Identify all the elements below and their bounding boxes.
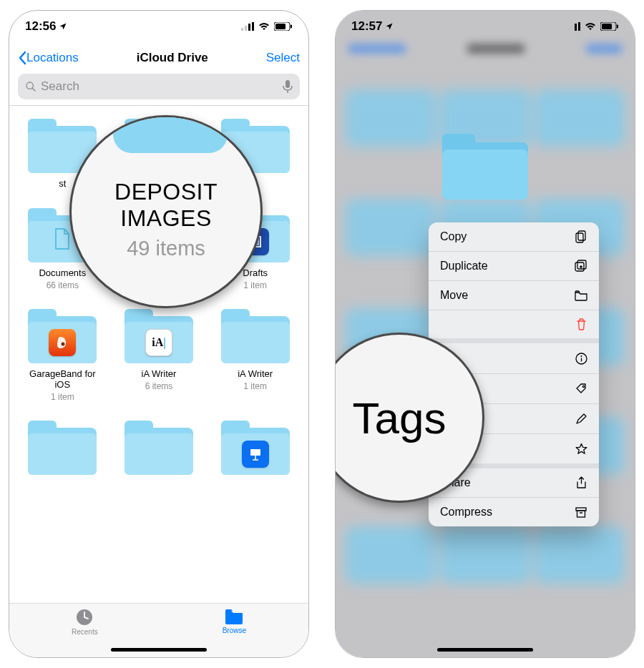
archive-icon	[575, 507, 587, 518]
menu-label: Compress	[440, 506, 492, 519]
menu-compress[interactable]: Compress	[429, 497, 599, 526]
garageband-app-icon	[28, 329, 97, 356]
search-field[interactable]	[18, 74, 300, 99]
svg-point-33	[582, 385, 584, 387]
callout-folder-name: DEPOSIT IMAGES	[72, 179, 260, 232]
svg-point-14	[62, 342, 65, 345]
tab-label: Browse	[223, 627, 246, 634]
folder-subtitle: 1 item	[51, 392, 74, 402]
menu-move[interactable]: Move	[429, 280, 599, 310]
battery-icon	[274, 22, 293, 31]
menu-copy[interactable]: Copy	[429, 222, 599, 251]
nav-bar: Locations iCloud Drive Select	[9, 42, 308, 74]
svg-rect-3	[252, 22, 254, 31]
info-icon	[575, 353, 587, 365]
star-icon	[575, 443, 587, 455]
location-icon	[59, 22, 67, 31]
svg-rect-35	[577, 511, 585, 517]
folder-icon	[224, 608, 244, 625]
folder-label: iA Writer	[142, 369, 177, 380]
callout-deposit-images: DEPOSIT IMAGES 49 items	[69, 115, 263, 308]
folder-icon	[575, 290, 587, 301]
status-bar: 12:56	[9, 11, 308, 42]
folder-subtitle: 1 item	[243, 280, 267, 290]
svg-rect-0	[241, 28, 243, 31]
back-label: Locations	[26, 51, 79, 65]
svg-rect-26	[578, 231, 585, 240]
cellular-icon	[241, 22, 254, 31]
menu-separator	[429, 338, 599, 343]
svg-rect-20	[571, 26, 573, 31]
trash-icon	[575, 318, 587, 330]
copy-icon	[575, 230, 587, 243]
screenshot-left: 12:56 Locations iCloud Drive Select st	[9, 10, 309, 658]
select-button[interactable]: Select	[266, 51, 300, 65]
folder-label: Drafts	[243, 268, 268, 279]
folder-item[interactable]	[15, 421, 110, 475]
home-indicator	[437, 648, 533, 652]
svg-line-8	[32, 88, 35, 91]
svg-rect-22	[578, 22, 580, 31]
svg-rect-2	[248, 24, 250, 31]
menu-label: Copy	[440, 230, 467, 243]
folder-item-garageband[interactable]: GarageBand for iOS 1 item	[15, 309, 110, 402]
status-time: 12:57	[351, 19, 382, 34]
wifi-icon	[258, 22, 270, 31]
search-wrap	[9, 74, 308, 105]
home-indicator	[111, 648, 207, 652]
folder-subtitle: 1 item	[243, 381, 267, 391]
folder-item-iawriter-1[interactable]: iA| iA Writer 6 items	[112, 309, 207, 402]
svg-rect-19	[567, 28, 570, 31]
svg-rect-1	[245, 26, 247, 31]
svg-rect-15	[250, 449, 260, 456]
folder-item[interactable]	[112, 421, 207, 475]
menu-delete[interactable]	[429, 310, 599, 338]
folder-item-keynote[interactable]	[208, 421, 303, 475]
folder-item-iawriter-2[interactable]: iA Writer 1 item	[208, 309, 303, 402]
menu-label: Duplicate	[440, 260, 488, 272]
status-bar: 12:57	[336, 11, 635, 42]
iawriter-app-icon: iA|	[125, 329, 193, 356]
svg-rect-25	[617, 25, 618, 29]
chevron-left-icon	[18, 51, 26, 65]
battery-icon	[600, 22, 619, 31]
callout-folder-subtitle: 49 items	[127, 237, 205, 260]
svg-point-31	[580, 355, 582, 357]
folder-label: Documents	[39, 268, 86, 279]
microphone-icon[interactable]	[283, 80, 293, 93]
svg-rect-6	[291, 25, 292, 29]
tab-label: Recents	[72, 628, 98, 636]
search-icon	[25, 81, 36, 92]
svg-rect-27	[576, 233, 583, 242]
folder-label: GarageBand for iOS	[23, 369, 102, 391]
svg-rect-9	[286, 80, 290, 88]
wifi-icon	[585, 22, 596, 31]
status-time: 12:56	[25, 19, 56, 34]
callout-tags-label: Tags	[353, 393, 447, 443]
folder-label: iA Writer	[238, 369, 273, 380]
tag-icon	[575, 383, 587, 395]
location-icon	[385, 22, 394, 31]
search-input[interactable]	[41, 79, 278, 94]
screenshot-right: 12:57 Copy Duplicate Move	[335, 10, 635, 658]
clock-icon	[75, 608, 94, 627]
menu-label: Move	[440, 289, 468, 302]
share-icon	[575, 476, 587, 489]
tab-browse[interactable]: Browse	[223, 608, 246, 634]
pencil-icon	[575, 413, 587, 425]
tab-recents[interactable]: Recents	[72, 608, 98, 636]
folder-subtitle: 6 items	[145, 381, 173, 391]
preview-folder	[442, 134, 528, 200]
duplicate-icon	[575, 260, 587, 272]
back-button[interactable]: Locations	[18, 51, 79, 65]
cellular-icon	[567, 22, 580, 31]
svg-rect-24	[602, 24, 612, 29]
folder-subtitle: 66 items	[47, 280, 79, 290]
keynote-app-icon	[221, 441, 290, 468]
folder-label: st	[59, 179, 66, 190]
svg-rect-21	[575, 24, 577, 31]
menu-duplicate[interactable]: Duplicate	[429, 251, 599, 280]
svg-rect-5	[275, 24, 286, 29]
svg-rect-28	[577, 260, 586, 269]
page-title: iCloud Drive	[79, 51, 266, 65]
